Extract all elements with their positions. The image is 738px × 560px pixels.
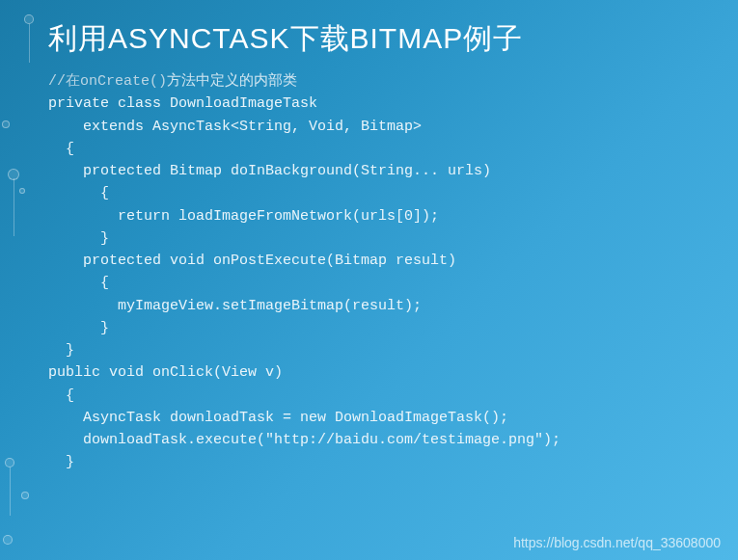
code-line: } xyxy=(48,339,699,361)
code-line: protected Bitmap doInBackground(String..… xyxy=(48,160,699,182)
code-line: { xyxy=(48,272,699,294)
title-part5: 例子 xyxy=(463,22,523,54)
code-line: extends AsyncTask<String, Void, Bitmap> xyxy=(48,116,699,138)
code-block: //在onCreate()方法中定义的内部类 private class Dow… xyxy=(48,70,699,474)
code-line: myImageView.setImageBitmap(result); xyxy=(48,295,699,317)
code-line: } xyxy=(48,317,699,339)
code-line: { xyxy=(48,182,699,204)
code-comment: //在onCreate()方法中定义的内部类 xyxy=(48,70,699,93)
code-line: { xyxy=(48,385,699,407)
title-part1: 利用 xyxy=(48,22,108,54)
title-part3: 下载 xyxy=(290,22,350,54)
title-part2: ASYNCTASK xyxy=(108,22,290,54)
code-line: protected void onPostExecute(Bitmap resu… xyxy=(48,250,699,272)
code-line: } xyxy=(48,451,699,473)
code-line: downloadTask.execute("http://baidu.com/t… xyxy=(48,429,699,451)
comment-suffix: 方法中定义的内部类 xyxy=(167,73,297,90)
code-line: public void onClick(View v) xyxy=(48,361,699,384)
code-line: private class DownloadImageTask xyxy=(48,93,699,115)
comment-prefix: //在 xyxy=(48,73,80,90)
code-line: } xyxy=(48,227,699,250)
code-line: AsyncTask downloadTask = new DownloadIma… xyxy=(48,407,699,429)
title-part4: BITMAP xyxy=(350,22,464,54)
watermark-text: https://blog.csdn.net/qq_33608000 xyxy=(513,535,721,550)
code-line: return loadImageFromNetwork(urls[0]); xyxy=(48,205,699,227)
code-line: { xyxy=(48,138,699,160)
comment-method: onCreate() xyxy=(80,73,167,90)
slide-title: 利用ASYNCTASK下载BITMAP例子 xyxy=(48,19,699,59)
